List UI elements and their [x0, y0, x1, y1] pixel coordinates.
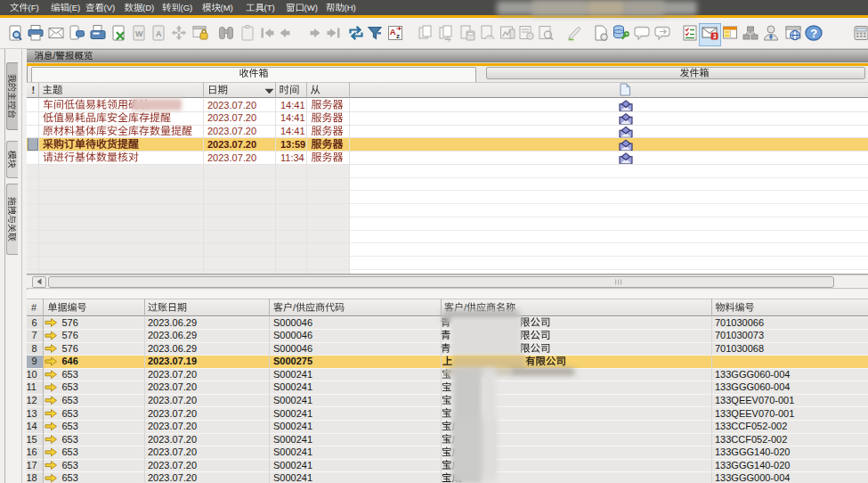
svg-text:701030073: 701030073	[715, 330, 764, 340]
svg-text:S000241: S000241	[273, 408, 312, 419]
svg-text:(D): (D)	[142, 3, 154, 12]
svg-text:2023.07.20: 2023.07.20	[148, 472, 197, 483]
svg-text:653: 653	[62, 408, 78, 419]
svg-text:2023.07.20: 2023.07.20	[148, 395, 197, 405]
svg-text:701030066: 701030066	[715, 317, 764, 328]
svg-text:12: 12	[27, 395, 37, 405]
svg-text:(T): (T)	[264, 3, 275, 12]
svg-text:8: 8	[32, 343, 37, 354]
svg-text:S000241: S000241	[273, 421, 312, 431]
svg-text:z: z	[396, 32, 400, 40]
svg-text:(W): (W)	[304, 3, 318, 12]
svg-text:13:59: 13:59	[280, 139, 305, 150]
svg-text:576: 576	[62, 317, 78, 328]
svg-text:653: 653	[62, 421, 78, 431]
svg-text:(G): (G)	[181, 3, 193, 12]
svg-text:S000046: S000046	[273, 343, 312, 354]
svg-text:7: 7	[32, 330, 37, 340]
svg-text:3: 3	[713, 33, 717, 39]
svg-text:10: 10	[27, 369, 37, 380]
svg-text:S000241: S000241	[273, 434, 312, 445]
svg-text:701030068: 701030068	[715, 343, 764, 354]
svg-text:S000241: S000241	[273, 460, 312, 471]
svg-text:576: 576	[62, 330, 78, 340]
svg-text:133CCF052-002: 133CCF052-002	[715, 434, 787, 445]
svg-text:133GGG060-004: 133GGG060-004	[715, 369, 790, 380]
svg-text:2023.06.29: 2023.06.29	[148, 343, 197, 354]
svg-text:11: 11	[27, 381, 37, 392]
svg-text:?: ?	[810, 27, 817, 40]
svg-text:2023.07.20: 2023.07.20	[148, 381, 197, 392]
svg-text:653: 653	[62, 472, 78, 483]
svg-text:!: !	[32, 85, 36, 95]
svg-text:653: 653	[62, 460, 78, 471]
svg-text:14:41: 14:41	[280, 100, 305, 111]
svg-text:17: 17	[27, 460, 37, 471]
svg-text:11:34: 11:34	[280, 152, 304, 163]
svg-text:133GGG140-020: 133GGG140-020	[715, 460, 790, 471]
svg-text:A: A	[156, 29, 162, 38]
svg-text:(M): (M)	[221, 3, 233, 12]
svg-text:2023.07.20: 2023.07.20	[148, 421, 197, 431]
svg-text:653: 653	[62, 434, 78, 445]
svg-text:133GGG060-004: 133GGG060-004	[715, 381, 790, 392]
svg-text:6: 6	[32, 317, 37, 328]
svg-text:15: 15	[27, 434, 37, 445]
svg-text:576: 576	[62, 343, 78, 354]
svg-text:/: /	[293, 302, 296, 313]
svg-text:2023.07.20: 2023.07.20	[148, 434, 197, 445]
svg-text:2023.07.19: 2023.07.19	[148, 356, 197, 366]
svg-text:14:41: 14:41	[280, 112, 305, 123]
svg-text:S000241: S000241	[273, 472, 312, 483]
svg-text:13: 13	[27, 408, 37, 419]
svg-text:S000275: S000275	[273, 356, 312, 366]
svg-text:(F): (F)	[28, 3, 39, 12]
svg-text:653: 653	[62, 446, 78, 457]
svg-text:653: 653	[62, 395, 78, 405]
svg-text:S000241: S000241	[273, 381, 312, 392]
svg-text:2023.07.20: 2023.07.20	[207, 139, 256, 150]
svg-text:2023.07.20: 2023.07.20	[148, 369, 197, 380]
svg-text:S000241: S000241	[273, 369, 312, 380]
svg-text:2023.07.20: 2023.07.20	[207, 126, 256, 136]
svg-text:/: /	[53, 50, 56, 61]
svg-text:133QEEV070-001: 133QEEV070-001	[715, 408, 794, 419]
svg-text:2023.07.20: 2023.07.20	[207, 152, 256, 163]
svg-text:653: 653	[62, 369, 78, 380]
svg-text:2023.06.29: 2023.06.29	[148, 330, 197, 340]
svg-text:2023.07.20: 2023.07.20	[148, 408, 197, 419]
svg-text:133GGG140-020: 133GGG140-020	[715, 446, 790, 457]
svg-text:S000241: S000241	[273, 446, 312, 457]
svg-text:646: 646	[62, 356, 78, 366]
svg-text:133GGG000-004: 133GGG000-004	[715, 472, 790, 483]
svg-text:2023.07.20: 2023.07.20	[207, 112, 256, 123]
svg-text:14: 14	[27, 421, 37, 431]
svg-text:(V): (V)	[104, 3, 116, 12]
svg-text:(H): (H)	[345, 3, 356, 12]
svg-text:#: #	[31, 302, 37, 313]
svg-text:S000046: S000046	[273, 317, 312, 328]
svg-text:9: 9	[32, 356, 37, 366]
svg-text:16: 16	[27, 446, 37, 457]
svg-text:2023.07.20: 2023.07.20	[148, 446, 197, 457]
svg-text:A: A	[390, 27, 396, 37]
svg-text:W: W	[135, 29, 143, 38]
svg-text:133QEEV070-001: 133QEEV070-001	[715, 395, 794, 405]
svg-text:14:41: 14:41	[280, 126, 305, 136]
svg-text:18: 18	[27, 472, 37, 483]
svg-text:653: 653	[62, 381, 78, 392]
svg-text:2023.07.20: 2023.07.20	[207, 100, 256, 111]
svg-text:133CCF052-002: 133CCF052-002	[715, 421, 787, 431]
svg-text:(E): (E)	[69, 3, 81, 12]
svg-text:S000241: S000241	[273, 395, 312, 405]
svg-text:2023.07.20: 2023.07.20	[148, 460, 197, 471]
svg-text:S000046: S000046	[273, 330, 312, 340]
svg-text:2023.06.29: 2023.06.29	[148, 317, 197, 328]
